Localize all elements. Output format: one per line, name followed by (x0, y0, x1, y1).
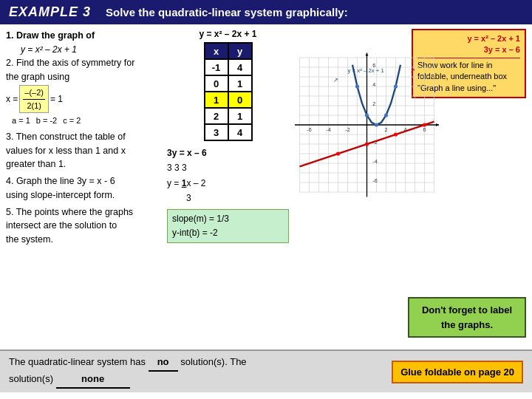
slope-intercept-box: slope(m) = 1/3 y-int(b) = -2 (167, 209, 289, 243)
svg-text:-4: -4 (372, 159, 377, 165)
svg-point-45 (365, 113, 369, 117)
table-row: 21 (205, 108, 252, 124)
line-eq2: y = 1x – 2 3 (167, 176, 289, 206)
step3-graph-using: the graph using (6, 70, 161, 84)
table-cell: 1 (228, 75, 252, 92)
svg-marker-31 (366, 53, 369, 56)
svg-text:-2: -2 (345, 127, 349, 133)
header: Example 3 Solve the quadratic-linear sys… (0, 0, 532, 24)
step5: 5. The points where the graphs (6, 205, 161, 219)
slope-label: slope(m) = 1/3 (172, 212, 284, 226)
svg-point-50 (365, 142, 369, 146)
step5c: the system. (6, 233, 161, 247)
col-x: x (205, 43, 228, 59)
svg-text:-4: -4 (326, 127, 330, 133)
step3-table: 3. Then construct the table of (6, 130, 161, 144)
svg-text:2: 2 (372, 101, 375, 107)
table-cell: 4 (228, 59, 252, 75)
svg-text:2: 2 (385, 127, 388, 133)
bottom-text1: The quadratic-linear system has (9, 356, 146, 367)
example-title: Example 3 (9, 4, 91, 20)
dontforget-line1: Don't forget to label (422, 304, 512, 316)
table-cell: 4 (228, 124, 252, 140)
svg-text:4: 4 (372, 82, 375, 88)
svg-point-51 (394, 132, 398, 136)
formula-display: x = –(–2) 2(1) = 1 (6, 85, 161, 113)
main-content: 1. Draw the graph of y = x² – 2x + 1 2. … (0, 24, 532, 349)
bottom-text: The quadratic-linear system has no solut… (9, 355, 377, 389)
svg-point-48 (394, 84, 398, 88)
svg-text:-6: -6 (372, 178, 377, 184)
bottom-text2: solution(s). The (180, 356, 246, 367)
svg-text:-6: -6 (307, 127, 311, 133)
middle-column: y = x² – 2x + 1 x y -1401102134 3y = x –… (167, 29, 289, 345)
step1-label: 1. Draw the graph of (6, 30, 95, 41)
step4: 4. Graph the line 3y = x - 6 (6, 174, 161, 188)
line-steps: 3y = x – 6 3 3 3 y = 1x – 2 3 (167, 146, 289, 206)
step1-draw: 1. Draw the graph of (6, 29, 161, 43)
glue-foldable-button[interactable]: Glue foldable on page 20 (392, 361, 523, 383)
svg-point-44 (355, 84, 359, 88)
table-cell: 3 (205, 124, 228, 140)
table-cell: 2 (205, 108, 228, 124)
step4b: using slope-intercept form. (6, 188, 161, 202)
svg-point-53 (336, 151, 340, 155)
svg-point-47 (384, 113, 388, 117)
col-y: y (228, 43, 252, 59)
parabola-label: y = x² – 2x + 1 (348, 67, 384, 74)
formula-fraction: –(–2) 2(1) (19, 85, 49, 113)
bottom-bar: The quadratic-linear system has no solut… (0, 349, 532, 392)
step3-greater: greater than 1. (6, 157, 161, 171)
table-cell: -1 (205, 59, 228, 75)
step5b: intersect are the solution to (6, 219, 161, 233)
xy-table-wrap: x y -1401102134 (167, 42, 289, 141)
table-row: 10 (205, 92, 252, 108)
step3-values: values for x less than 1 and x (6, 144, 161, 158)
left-column: 1. Draw the graph of y = x² – 2x + 1 2. … (6, 29, 161, 345)
right-column: y = x² – 2x + 1 3y = x – 6 Show work for… (295, 29, 526, 345)
table-cell: 0 (205, 75, 228, 92)
yint-label: y-int(b) = -2 (172, 226, 284, 240)
table-row: -14 (205, 59, 252, 75)
step2-label: 2. Find the axis of symmetry for (6, 56, 161, 70)
problem-subtitle: Solve the quadratic-linear system graphi… (106, 6, 348, 18)
svg-text:6: 6 (423, 127, 426, 133)
svg-point-52 (423, 123, 426, 126)
solution-count-blank: no (149, 355, 178, 372)
table-cell: 0 (228, 92, 252, 108)
table-cell: 1 (228, 108, 252, 124)
table-cell: 1 (205, 92, 228, 108)
line-division: 3 3 3 (167, 160, 289, 175)
abc-values: a = 1 b = -2 c = 2 (12, 115, 161, 127)
svg-text:↗: ↗ (333, 77, 338, 83)
coordinate-graph: -6 -4 -2 2 4 6 6 4 2 -2 -4 -6 (295, 44, 439, 206)
bottom-text3: solution(s) (9, 373, 53, 384)
svg-marker-30 (436, 123, 439, 126)
svg-point-46 (375, 123, 378, 126)
solution-value-blank: none (56, 372, 130, 389)
table-row: 01 (205, 75, 252, 92)
dontforget-box: Don't forget to label the graphs. (408, 297, 526, 338)
xy-table: x y -1401102134 (204, 42, 253, 141)
svg-text:↗: ↗ (410, 67, 415, 74)
table-equation: y = x² – 2x + 1 (167, 29, 289, 39)
line-eq-step: 3y = x – 6 (167, 146, 289, 160)
step1-equation: y = x² – 2x + 1 (21, 43, 161, 56)
dontforget-line2: the graphs. (441, 319, 493, 330)
table-row: 34 (205, 124, 252, 140)
